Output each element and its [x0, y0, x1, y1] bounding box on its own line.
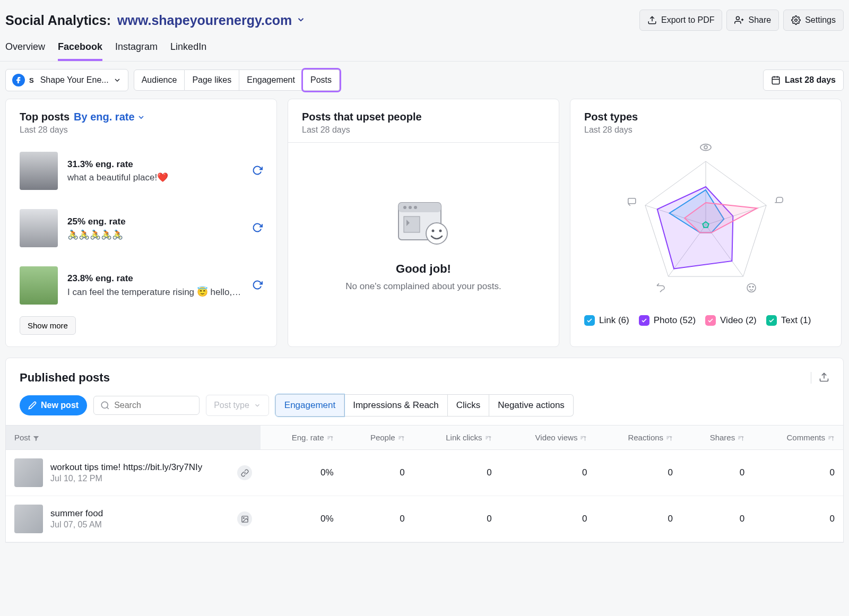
- chevron-down-icon: [296, 15, 306, 24]
- add-user-icon: [734, 15, 744, 25]
- post-thumbnail: [20, 266, 58, 305]
- post-rate: 25% eng. rate: [67, 216, 242, 227]
- top-posts-card: Top posts By eng. rate Last 28 days 31.3…: [5, 99, 277, 347]
- sort-icon: [579, 435, 587, 442]
- svg-point-11: [403, 206, 406, 209]
- tab-linkedin[interactable]: LinkedIn: [170, 41, 206, 61]
- chevron-down-icon: [113, 76, 122, 84]
- new-post-button[interactable]: New post: [20, 395, 87, 415]
- export-button[interactable]: Export to PDF: [639, 10, 722, 31]
- tab-facebook[interactable]: Facebook: [58, 41, 102, 61]
- card-subtitle: Last 28 days: [584, 125, 827, 135]
- section-title: Published posts: [20, 371, 110, 385]
- cell-clicks: 0: [413, 496, 500, 542]
- table-row[interactable]: summer food Jul 07, 05 AM 0% 0 0 0 0 0 0: [6, 496, 843, 542]
- legend-item-video[interactable]: Video (2): [705, 315, 757, 326]
- sort-icon: [665, 435, 673, 442]
- col-comments[interactable]: Comments: [753, 426, 843, 450]
- refresh-button[interactable]: [252, 222, 263, 235]
- account-selector[interactable]: S Shape Your Ene...: [5, 69, 128, 91]
- post-type-filter[interactable]: Post type: [206, 395, 269, 416]
- refresh-button[interactable]: [252, 280, 263, 292]
- col-eng-rate[interactable]: Eng. rate: [261, 426, 342, 450]
- svg-point-13: [414, 206, 417, 209]
- header-domain[interactable]: www.shapeyourenergy.com: [117, 13, 292, 28]
- legend-label: Photo (52): [654, 315, 696, 326]
- metric-clicks[interactable]: Clicks: [448, 394, 489, 417]
- row-post-date: Jul 10, 12 PM: [50, 474, 230, 483]
- chart-legend: Link (6) Photo (52) Video (2) Text (1): [584, 315, 827, 326]
- svg-rect-14: [404, 216, 420, 232]
- cell-eng: 0%: [261, 450, 342, 496]
- search-input[interactable]: [114, 401, 220, 410]
- svg-point-1: [737, 16, 740, 20]
- empty-state-subtitle: No one's complained about your posts.: [345, 281, 501, 292]
- card-subtitle: Last 28 days: [20, 125, 263, 135]
- export-label: Export to PDF: [661, 15, 714, 25]
- legend-label: Link (6): [599, 315, 629, 326]
- sort-by-dropdown[interactable]: By eng. rate: [74, 111, 145, 123]
- export-icon: [647, 15, 657, 25]
- legend-item-text[interactable]: Text (1): [766, 315, 811, 326]
- search-input-wrap[interactable]: [93, 396, 200, 415]
- col-reactions[interactable]: Reactions: [595, 426, 681, 450]
- sort-icon: [737, 435, 744, 442]
- sort-icon: [484, 435, 492, 442]
- col-shares[interactable]: Shares: [681, 426, 753, 450]
- top-post-item[interactable]: 23.8% eng. rate I can feel the temperatu…: [20, 257, 263, 314]
- cell-views: 0: [500, 496, 596, 542]
- col-link-clicks[interactable]: Link clicks: [413, 426, 500, 450]
- col-people[interactable]: People: [342, 426, 413, 450]
- main-tabs: Overview Facebook Instagram LinkedIn: [0, 31, 849, 62]
- subtab-page-likes[interactable]: Page likes: [185, 70, 239, 91]
- tab-overview[interactable]: Overview: [5, 41, 45, 61]
- post-rate: 31.3% eng. rate: [67, 159, 242, 170]
- svg-point-35: [101, 402, 108, 408]
- share-button[interactable]: Share: [726, 10, 779, 31]
- subtab-posts[interactable]: Posts: [303, 70, 340, 91]
- upset-posts-card: Posts that upset people Last 28 days: [288, 99, 559, 347]
- row-post-title: summer food: [50, 508, 230, 519]
- table-row[interactable]: workout tips time! https://bit.ly/3ry7NI…: [6, 450, 843, 496]
- show-more-button[interactable]: Show more: [20, 316, 76, 335]
- cell-people: 0: [342, 450, 413, 496]
- col-post[interactable]: Post: [6, 426, 261, 450]
- legend-label: Text (1): [781, 315, 811, 326]
- post-text: 🚴🚴🚴🚴🚴: [67, 229, 242, 240]
- image-icon: [241, 515, 249, 523]
- post-thumbnail: [14, 458, 43, 487]
- app-title: Social Analytics:: [5, 13, 111, 28]
- refresh-button[interactable]: [252, 165, 263, 177]
- date-range-label: Last 28 days: [785, 75, 836, 85]
- svg-rect-5: [772, 77, 779, 84]
- post-type-label: Post type: [214, 401, 249, 410]
- share-label: Share: [748, 15, 771, 25]
- settings-button[interactable]: Settings: [783, 10, 844, 31]
- post-thumbnail: [20, 209, 58, 247]
- top-post-item[interactable]: 25% eng. rate 🚴🚴🚴🚴🚴: [20, 199, 263, 257]
- post-type-badge: [237, 465, 252, 480]
- metric-impressions[interactable]: Impressions & Reach: [344, 394, 448, 417]
- cell-shares: 0: [681, 496, 753, 542]
- post-thumbnail: [20, 152, 58, 190]
- post-text: I can feel the temperature rising 😇 hell…: [67, 286, 242, 298]
- subtab-audience[interactable]: Audience: [134, 70, 185, 91]
- export-table-button[interactable]: [819, 372, 829, 384]
- cell-reactions: 0: [595, 450, 681, 496]
- subtab-engagement[interactable]: Engagement: [239, 70, 303, 91]
- sort-icon: [827, 435, 835, 442]
- cell-reactions: 0: [595, 496, 681, 542]
- domain-dropdown[interactable]: [294, 13, 308, 28]
- date-range-selector[interactable]: Last 28 days: [763, 70, 844, 91]
- metric-engagement[interactable]: Engagement: [275, 394, 344, 417]
- new-post-label: New post: [41, 401, 79, 410]
- tab-instagram[interactable]: Instagram: [115, 41, 158, 61]
- legend-item-photo[interactable]: Photo (52): [639, 315, 696, 326]
- legend-item-link[interactable]: Link (6): [584, 315, 629, 326]
- sort-label: By eng. rate: [74, 111, 134, 123]
- metric-negative[interactable]: Negative actions: [489, 394, 574, 417]
- top-post-item[interactable]: 31.3% eng. rate what a beautiful place!❤…: [20, 142, 263, 199]
- radar-chart: [584, 135, 827, 315]
- col-video-views[interactable]: Video views: [500, 426, 596, 450]
- cell-clicks: 0: [413, 450, 500, 496]
